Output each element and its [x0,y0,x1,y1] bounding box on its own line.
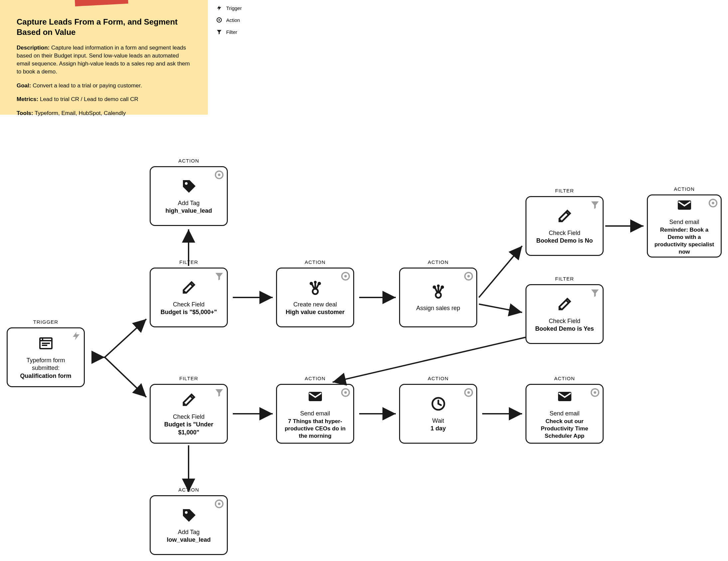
node-tag-low-value[interactable]: ACTION Add Tag low_value_lead [150,495,228,555]
node-type-label: FILTER [526,188,603,194]
node-create-deal[interactable]: ACTION Create new deal High value custom… [276,268,354,327]
edit-icon [557,296,573,313]
node-title: Send email [669,218,699,226]
node-subtitle: Budget is "Under $1,000" [156,421,221,436]
edit-icon [181,392,197,409]
node-type-label: FILTER [151,375,227,381]
node-title: Send email [300,410,330,417]
node-email-7things[interactable]: ACTION Send email 7 Things that hyper-pr… [276,384,354,444]
node-assign-sales-rep[interactable]: ACTION Assign sales rep [399,268,477,327]
node-type-label: FILTER [526,276,603,281]
tag-icon [181,178,197,196]
node-subtitle: High value customer [286,308,345,316]
target-icon [341,271,351,282]
diagram-canvas[interactable]: TRIGGER Typeform form submitted: Qualifi… [0,0,728,561]
node-type-label: ACTION [526,375,603,381]
node-email-app[interactable]: ACTION Send email Check out our Producti… [525,384,604,444]
hubspot-icon [307,280,323,297]
funnel-icon [214,387,224,399]
arrows-layer [0,0,728,561]
node-type-label: ACTION [277,259,353,265]
node-subtitle: Check out our Productivity Time Schedule… [532,418,597,440]
tag-icon [181,507,197,524]
node-wait[interactable]: ACTION Wait 1 day [399,384,477,444]
node-title: Create new deal [293,301,337,308]
node-subtitle: 1 day [430,425,446,432]
funnel-icon [590,288,600,299]
node-type-label: ACTION [648,186,721,192]
bolt-icon [71,331,81,342]
node-subtitle: high_value_lead [165,207,212,215]
svg-line-21 [479,304,522,312]
target-icon [590,387,600,399]
mail-icon [307,388,323,406]
svg-line-20 [479,246,522,297]
node-title: Wait [432,417,444,425]
node-type-label: FILTER [151,259,227,265]
svg-line-15 [105,357,146,397]
node-title: Check Field [173,413,205,421]
node-type-label: TRIGGER [8,319,84,325]
node-tag-high-value[interactable]: ACTION Add Tag high_value_lead [150,166,228,226]
node-filter-budget-low[interactable]: FILTER Check Field Budget is "Under $1,0… [150,384,228,444]
node-filter-demo-no[interactable]: FILTER Check Field Booked Demo is No [525,196,604,256]
hubspot-icon [430,283,446,300]
target-icon [214,499,224,510]
node-title: Typeform form submitted: [13,356,78,372]
node-type-label: ACTION [151,158,227,164]
svg-line-14 [105,319,146,357]
node-title: Add Tag [178,200,200,207]
node-subtitle: Reminder: Book a Demo with a productivit… [653,226,715,256]
edit-icon [181,280,197,297]
node-title: Check Field [173,301,205,308]
node-title: Send email [549,410,579,417]
node-title: Check Field [549,229,580,237]
target-icon [214,170,224,181]
target-icon [341,387,351,399]
node-subtitle: Budget is "$5,000+" [161,308,217,316]
edit-icon [557,208,573,225]
target-icon [708,198,718,210]
node-email-reminder[interactable]: ACTION Send email Reminder: Book a Demo … [647,195,722,258]
clock-icon [430,396,446,413]
node-type-label: ACTION [151,487,227,492]
mail-icon [557,388,573,406]
node-type-label: ACTION [277,375,353,381]
node-filter-demo-yes[interactable]: FILTER Check Field Booked Demo is Yes [525,284,604,344]
mail-icon [676,197,692,214]
node-subtitle: Booked Demo is Yes [535,325,594,333]
node-filter-budget-high[interactable]: FILTER Check Field Budget is "$5,000+" [150,268,228,327]
node-subtitle: 7 Things that hyper-productive CEOs do i… [282,418,348,440]
node-title: Assign sales rep [416,304,460,312]
node-trigger[interactable]: TRIGGER Typeform form submitted: Qualifi… [7,327,85,387]
node-type-label: ACTION [400,375,476,381]
target-icon [464,387,474,399]
node-title: Add Tag [178,528,200,536]
target-icon [464,271,474,282]
node-subtitle: Booked Demo is No [536,237,593,245]
funnel-icon [590,200,600,211]
node-subtitle: low_value_lead [167,536,211,544]
node-subtitle: Qualification form [20,372,71,380]
node-type-label: ACTION [400,259,476,265]
node-title: Check Field [549,317,580,325]
funnel-icon [214,271,224,282]
form-icon [38,335,54,352]
